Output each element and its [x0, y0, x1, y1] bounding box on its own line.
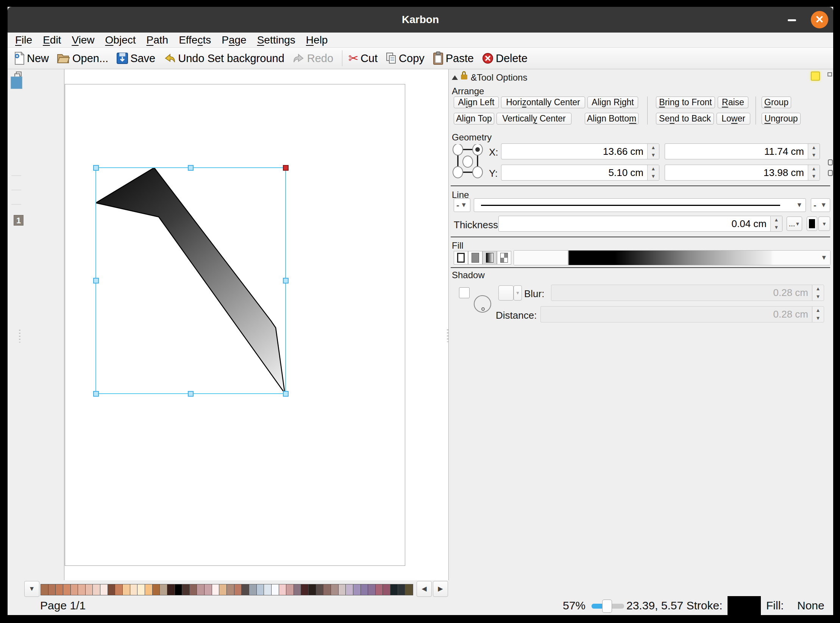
color-swatch[interactable] — [78, 584, 86, 595]
menu-item-path[interactable]: Path — [141, 34, 174, 46]
paste-button[interactable]: Paste — [432, 51, 474, 65]
minimize-button[interactable] — [788, 19, 796, 21]
copy-button[interactable]: Copy — [386, 52, 425, 65]
color-swatch[interactable] — [153, 584, 160, 595]
new-button[interactable]: New — [14, 51, 49, 65]
link-x-icon[interactable] — [828, 159, 833, 165]
zoom-slider[interactable] — [592, 604, 624, 609]
menu-item-page[interactable]: Page — [216, 34, 251, 46]
width-spinbox[interactable]: 11.74 cm▲▼ — [665, 143, 820, 159]
bring-to-front-button[interactable]: Bring to Front — [656, 97, 715, 108]
x-spinbox[interactable]: 13.66 cm▲▼ — [501, 143, 659, 159]
color-swatch[interactable] — [331, 584, 339, 595]
fill-none-button[interactable] — [454, 251, 468, 265]
color-swatch[interactable] — [339, 584, 346, 595]
align-right-button[interactable]: Align Right — [587, 97, 638, 108]
color-swatch[interactable] — [309, 584, 316, 595]
anchor-selector[interactable] — [453, 144, 483, 178]
shadow-color-button[interactable] — [498, 285, 514, 301]
menu-item-effects[interactable]: Effects — [173, 34, 216, 46]
close-button[interactable]: ✕ — [811, 11, 828, 28]
color-swatch[interactable] — [115, 584, 123, 595]
group-button[interactable]: Group — [762, 97, 791, 108]
color-swatch[interactable] — [160, 584, 167, 595]
color-swatch[interactable] — [205, 584, 212, 595]
color-swatch[interactable] — [249, 584, 257, 595]
color-swatch[interactable] — [227, 584, 234, 595]
line-cap-combo[interactable]: -▼ — [454, 198, 470, 212]
align-left-button[interactable]: Align Left — [454, 97, 499, 108]
align-top-button[interactable]: Align Top — [454, 113, 494, 125]
line-style-combo[interactable]: ▼ — [474, 198, 806, 212]
color-swatch[interactable] — [323, 584, 331, 595]
color-swatch[interactable] — [123, 584, 130, 595]
menu-item-file[interactable]: File — [10, 34, 37, 46]
color-swatch[interactable] — [398, 584, 406, 595]
canvas-area[interactable] — [65, 69, 448, 580]
color-swatch[interactable] — [197, 584, 205, 595]
shadow-enable-checkbox[interactable] — [459, 287, 470, 298]
color-swatch[interactable] — [390, 584, 398, 595]
undo-button[interactable]: Undo Set background — [163, 52, 284, 65]
horizontally-center-button[interactable]: Horizontally Center — [501, 97, 585, 108]
shadow-color-dropdown[interactable]: ▼ — [514, 285, 522, 301]
shadow-angle-dial[interactable] — [474, 295, 491, 313]
line-more-button[interactable]: ...▼ — [787, 216, 802, 231]
delete-button[interactable]: Delete — [482, 52, 528, 65]
ungroup-button[interactable]: Ungroup — [762, 113, 801, 125]
fill-pattern-button[interactable] — [497, 251, 511, 265]
line-color-dropdown[interactable]: ▼ — [818, 216, 830, 231]
color-swatch[interactable] — [405, 584, 413, 595]
color-swatch[interactable] — [272, 584, 279, 595]
color-swatch[interactable] — [368, 584, 376, 595]
color-swatch[interactable] — [56, 584, 63, 595]
redo-button[interactable]: Redo — [292, 52, 333, 65]
color-swatch[interactable] — [63, 584, 71, 595]
float-panel-icon[interactable] — [828, 72, 832, 76]
color-swatch[interactable] — [383, 584, 390, 595]
y-spinbox[interactable]: 5.10 cm▲▼ — [501, 165, 659, 181]
color-swatch[interactable] — [212, 584, 220, 595]
color-swatch[interactable] — [346, 584, 353, 595]
color-swatch[interactable] — [108, 584, 116, 595]
page-one-badge[interactable]: 1 — [14, 215, 23, 226]
color-swatch[interactable] — [234, 584, 242, 595]
save-button[interactable]: Save — [116, 52, 155, 65]
cut-button[interactable]: ✂Cut — [348, 51, 378, 65]
color-swatch[interactable] — [257, 584, 264, 595]
color-swatch[interactable] — [175, 584, 183, 595]
color-swatch[interactable] — [182, 584, 190, 595]
fill-gradient-combo[interactable]: ▼ — [514, 250, 831, 265]
color-swatch[interactable] — [376, 584, 383, 595]
color-swatch[interactable] — [279, 584, 287, 595]
color-swatch[interactable] — [130, 584, 138, 595]
color-swatch[interactable] — [93, 584, 100, 595]
pin-icon[interactable] — [811, 72, 820, 81]
color-swatch[interactable] — [137, 584, 145, 595]
color-swatch[interactable] — [264, 584, 272, 595]
color-swatch[interactable] — [316, 584, 324, 595]
fill-gradient-button[interactable] — [482, 251, 497, 265]
color-swatch[interactable] — [86, 584, 93, 595]
lock-icon[interactable] — [461, 75, 467, 79]
color-swatch[interactable] — [48, 584, 56, 595]
color-swatch[interactable] — [41, 584, 48, 595]
palette-scroll-left[interactable]: ◀ — [417, 581, 432, 597]
blur-spinbox[interactable]: 0.28 cm▲▼ — [551, 285, 824, 301]
color-swatch[interactable] — [286, 584, 294, 595]
float-dock-icon[interactable] — [16, 72, 22, 76]
distance-spinbox[interactable]: 0.28 cm▲▼ — [540, 306, 824, 322]
menu-item-help[interactable]: Help — [301, 34, 333, 46]
color-swatch[interactable] — [353, 584, 361, 595]
color-swatch[interactable] — [145, 584, 153, 595]
color-swatch[interactable] — [167, 584, 175, 595]
line-join-combo[interactable]: -▼ — [811, 198, 830, 212]
vector-shape-with-selection[interactable] — [65, 84, 405, 566]
align-bottom-button[interactable]: Align Bottom — [585, 113, 639, 125]
height-spinbox[interactable]: 13.98 cm▲▼ — [665, 165, 820, 181]
splitter-grip[interactable] — [19, 330, 20, 343]
color-swatch[interactable] — [361, 584, 368, 595]
palette-scroll-right[interactable]: ▶ — [433, 581, 448, 597]
color-swatch[interactable] — [219, 584, 227, 595]
link-y-icon[interactable] — [828, 170, 833, 176]
